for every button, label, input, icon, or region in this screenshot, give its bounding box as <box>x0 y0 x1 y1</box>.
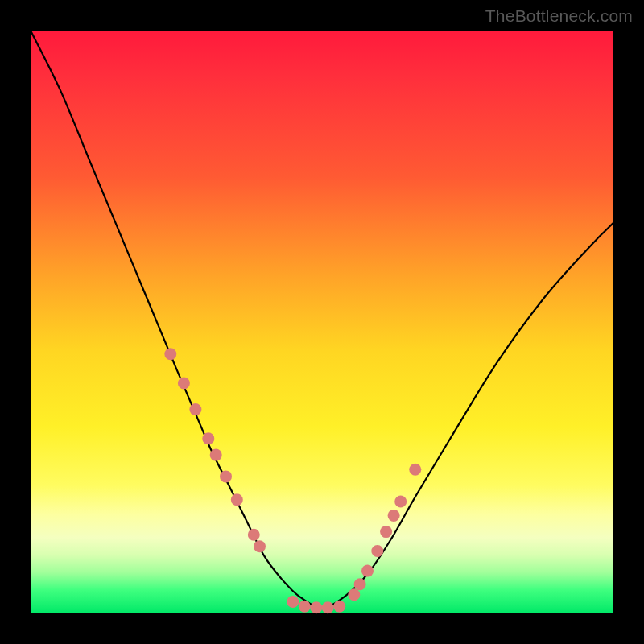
marker-point <box>322 601 334 613</box>
marker-point <box>178 378 190 390</box>
marker-point <box>248 529 260 541</box>
marker-point <box>388 510 400 522</box>
marker-point <box>287 596 299 608</box>
marker-point <box>310 601 322 613</box>
marker-point <box>348 588 360 601</box>
curve-layer <box>31 31 613 613</box>
curve-markers <box>164 348 421 613</box>
bottleneck-curve-path <box>31 31 613 608</box>
marker-point <box>371 545 383 557</box>
chart-frame: TheBottleneck.com <box>0 0 644 644</box>
marker-point <box>164 348 176 360</box>
marker-point <box>354 578 366 590</box>
marker-point <box>231 493 243 506</box>
marker-point <box>409 464 421 476</box>
marker-point <box>220 470 232 482</box>
marker-point <box>394 496 407 508</box>
marker-point <box>189 403 201 415</box>
marker-point <box>333 601 345 613</box>
marker-point <box>202 432 214 444</box>
marker-point <box>210 449 222 461</box>
watermark-text: TheBottleneck.com <box>485 6 633 26</box>
marker-point <box>361 565 374 577</box>
marker-point <box>380 526 392 538</box>
marker-point <box>254 540 266 552</box>
marker-point <box>299 601 311 613</box>
